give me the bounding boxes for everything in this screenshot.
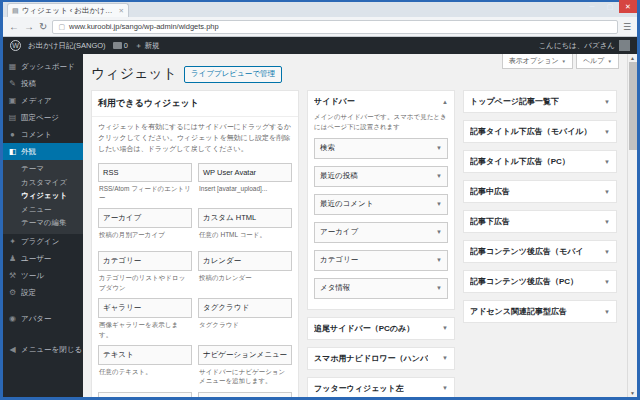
ad-area-header[interactable]: アドセンス関連記事型広告▼: [464, 301, 616, 322]
sidebar-area-header[interactable]: スマホ用ナビドロワー（ハンバ▼: [308, 348, 454, 369]
sidebar-item-settings[interactable]: ⚙設定: [3, 285, 83, 302]
live-preview-button[interactable]: ライブプレビューで管理: [184, 66, 282, 83]
chevron-down-icon[interactable]: ▼: [604, 159, 610, 165]
sidebar-item-comments[interactable]: ●コメント: [3, 126, 83, 143]
sidebar-subitem[interactable]: カスタマイズ: [3, 176, 83, 190]
placed-widget[interactable]: 検索▼: [314, 138, 448, 159]
chevron-down-icon[interactable]: ▼: [442, 325, 448, 331]
favicon-icon: ▤: [12, 7, 19, 15]
ad-area-header[interactable]: 記事コンテンツ後広告（PC）▼: [464, 271, 616, 292]
sidebar-item-avatar[interactable]: ◉アバター: [3, 311, 83, 328]
ad-area-header[interactable]: 記事コンテンツ後広告（モバイ▼: [464, 241, 616, 262]
site-name-link[interactable]: お出かけ日記(SANGO): [28, 41, 106, 51]
widget-title[interactable]: ギャラリー: [98, 298, 192, 318]
chevron-down-icon[interactable]: ▼: [442, 355, 448, 361]
sidebar-item-label: コメント: [21, 131, 52, 139]
refresh-icon[interactable]: ↻: [39, 22, 47, 32]
widget-title[interactable]: 検索: [198, 392, 292, 397]
ad-area-header[interactable]: トップページ記事一覧下▼: [464, 91, 616, 112]
sidebar-subitem[interactable]: メニュー: [3, 203, 83, 217]
widget-title[interactable]: WP User Avatar: [198, 163, 292, 182]
widget-description: 投稿の月別アーカイブ: [98, 228, 192, 247]
ad-area-header[interactable]: 記事タイトル下広告（PC）▼: [464, 151, 616, 172]
scrollbar-thumb[interactable]: [629, 62, 637, 150]
placed-widget[interactable]: 最近のコメント▼: [314, 194, 448, 215]
sidebar-area-header[interactable]: サイドバー▲: [308, 91, 454, 112]
placed-widget[interactable]: カテゴリー▼: [314, 250, 448, 271]
scroll-up-icon[interactable]: ▲: [628, 55, 637, 61]
howdy-text[interactable]: こんにちは、バズさん: [538, 41, 615, 51]
widget-title[interactable]: メタ情報: [98, 392, 192, 397]
ad-area-title: 記事下広告: [470, 216, 510, 227]
address-bar[interactable]: ▢ www.kuroobi.jp/sango/wp-admin/widgets.…: [52, 20, 618, 34]
widget-description: タグクラウド: [198, 318, 292, 337]
settings-icon: ⚙: [8, 289, 17, 297]
sidebar-subitem[interactable]: テーマの編集: [3, 216, 83, 230]
widget-title[interactable]: カスタム HTML: [198, 208, 292, 228]
window-close-icon[interactable]: ✕: [619, 0, 637, 13]
chevron-down-icon[interactable]: ▼: [604, 279, 610, 285]
sidebar-item-pages[interactable]: ▤固定ページ: [3, 109, 83, 126]
chevron-down-icon[interactable]: ▼: [436, 285, 442, 291]
page-scrollbar[interactable]: ▲ ▼: [627, 54, 637, 397]
chevron-down-icon[interactable]: ▼: [604, 99, 610, 105]
help-button[interactable]: ヘルプ ▼: [576, 54, 619, 69]
maximize-icon[interactable]: ▢: [601, 0, 619, 13]
menu-icon[interactable]: ☰: [623, 22, 631, 32]
widget-description: Insert [avatar_upload]...: [198, 182, 292, 201]
chevron-down-icon[interactable]: ▼: [436, 229, 442, 235]
screen-options-button[interactable]: 表示オプション ▼: [502, 54, 573, 69]
chevron-down-icon[interactable]: ▼: [436, 257, 442, 263]
sidebar-area-title: サイドバー: [314, 96, 355, 107]
wordpress-logo-icon[interactable]: W: [10, 40, 21, 51]
sidebar-subitem[interactable]: ウィジェット: [3, 189, 83, 203]
ad-area-header[interactable]: 記事中広告▼: [464, 181, 616, 202]
sidebar-item-users[interactable]: ♟ユーザー: [3, 251, 83, 268]
ad-area-header[interactable]: 記事下広告▼: [464, 211, 616, 232]
new-content-button[interactable]: ＋ 新規: [135, 41, 160, 51]
comments-indicator[interactable]: 0: [113, 41, 128, 50]
widget-title[interactable]: テキスト: [98, 345, 192, 365]
chevron-down-icon[interactable]: ▼: [604, 219, 610, 225]
chevron-down-icon[interactable]: ▼: [604, 249, 610, 255]
available-widgets-description: ウィジェットを有効にするにはサイドバーにドラッグするかクリックしてください。ウィ…: [92, 117, 298, 160]
widget-title[interactable]: RSS: [98, 163, 192, 182]
widget-title[interactable]: アーカイブ: [98, 208, 192, 228]
sidebar-area-header[interactable]: フッターウィジェット左▼: [308, 378, 454, 398]
comments-icon: ●: [8, 131, 17, 139]
forward-icon[interactable]: →: [24, 22, 34, 32]
placed-widget[interactable]: アーカイブ▼: [314, 222, 448, 243]
sidebar-area-header[interactable]: 追尾サイドバー（PCのみ）▼: [308, 318, 454, 339]
minimize-icon[interactable]: ─: [583, 0, 601, 13]
sidebar-item-label: ツール: [21, 272, 44, 280]
chevron-down-icon[interactable]: ▼: [604, 309, 610, 315]
chevron-down-icon[interactable]: ▼: [604, 189, 610, 195]
widget-description: RSS/Atom フィードのエントリー: [98, 182, 192, 205]
widget-title[interactable]: ナビゲーションメニュー: [198, 345, 292, 365]
placed-widget[interactable]: メタ情報▼: [314, 278, 448, 299]
sidebar-item-collapse-menu[interactable]: ◀メニューを閉じる: [3, 342, 83, 359]
sidebar-item-tools[interactable]: ⚒ツール: [3, 268, 83, 285]
sidebar-item-appearance[interactable]: ◧外観: [3, 143, 83, 160]
browser-tab[interactable]: ▤ ウィジェット ‹ お出かけ日記... ✕: [7, 3, 129, 17]
chevron-down-icon[interactable]: ▼: [604, 129, 610, 135]
placed-widget[interactable]: 最近の投稿▼: [314, 166, 448, 187]
tab-close-icon[interactable]: ✕: [119, 7, 124, 15]
chevron-up-icon[interactable]: ▲: [442, 99, 448, 105]
widget-title[interactable]: タグクラウド: [198, 298, 292, 318]
widget-title[interactable]: カテゴリー: [98, 251, 192, 271]
chevron-down-icon[interactable]: ▼: [436, 145, 442, 151]
scroll-down-icon[interactable]: ▼: [628, 390, 637, 396]
chevron-down-icon[interactable]: ▼: [436, 201, 442, 207]
chevron-down-icon[interactable]: ▼: [436, 173, 442, 179]
back-icon[interactable]: ←: [9, 22, 19, 32]
sidebar-item-dashboard[interactable]: ▦ダッシュボード: [3, 58, 83, 75]
widget-title[interactable]: カレンダー: [198, 251, 292, 271]
ad-area-title: 記事中広告: [470, 186, 510, 197]
sidebar-subitem[interactable]: テーマ: [3, 162, 83, 176]
sidebar-item-plugins[interactable]: ✦プラグイン: [3, 234, 83, 251]
sidebar-item-posts[interactable]: ✎投稿: [3, 75, 83, 92]
ad-area-header[interactable]: 記事タイトル下広告（モバイル）▼: [464, 121, 616, 142]
chevron-down-icon[interactable]: ▼: [442, 385, 448, 391]
sidebar-item-media[interactable]: ▣メディア: [3, 92, 83, 109]
